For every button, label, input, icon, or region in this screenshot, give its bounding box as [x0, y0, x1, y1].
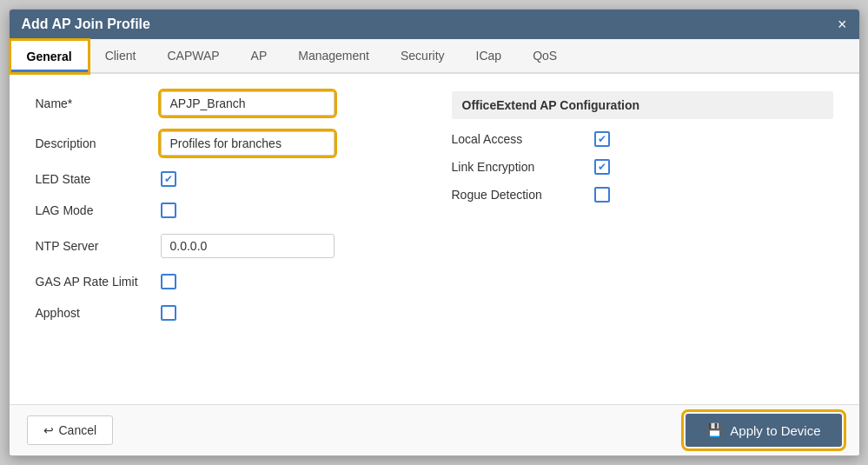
cancel-icon: ↩	[43, 423, 54, 437]
lag-mode-label: LAG Mode	[36, 203, 149, 217]
local-access-checkbox[interactable]	[594, 131, 610, 147]
led-state-checkbox[interactable]	[161, 171, 176, 187]
modal-body: Name* Description LED State LAG Mode NTP…	[10, 74, 859, 404]
local-access-row: Local Access	[452, 131, 833, 147]
gas-ap-rate-limit-row: GAS AP Rate Limit	[36, 274, 417, 289]
tab-client[interactable]: Client	[89, 39, 152, 72]
lag-mode-checkbox[interactable]	[161, 203, 176, 218]
office-extend-header: OfficeExtend AP Configuration	[452, 91, 833, 119]
right-panel: OfficeExtend AP Configuration Local Acce…	[452, 91, 833, 387]
left-panel: Name* Description LED State LAG Mode NTP…	[36, 91, 417, 387]
description-row: Description	[36, 131, 417, 156]
ntp-server-label: NTP Server	[36, 239, 149, 253]
cancel-button[interactable]: ↩ Cancel	[27, 415, 114, 445]
modal-header: Add AP Join Profile ×	[10, 10, 859, 39]
ntp-server-input[interactable]	[161, 234, 335, 258]
apply-icon: 💾	[706, 422, 723, 438]
close-button[interactable]: ×	[838, 17, 847, 32]
description-input[interactable]	[161, 131, 335, 156]
apphost-row: Apphost	[36, 305, 417, 321]
tab-capwap[interactable]: CAPWAP	[151, 39, 235, 72]
name-label: Name*	[36, 96, 149, 110]
rogue-detection-checkbox[interactable]	[594, 187, 610, 203]
apply-label: Apply to Device	[730, 423, 820, 438]
cancel-label: Cancel	[59, 423, 97, 437]
gas-ap-rate-limit-checkbox[interactable]	[161, 274, 176, 289]
tab-qos[interactable]: QoS	[517, 39, 573, 72]
local-access-label: Local Access	[452, 132, 582, 146]
link-encryption-row: Link Encryption	[452, 159, 833, 175]
led-state-label: LED State	[36, 172, 149, 186]
tab-general[interactable]: General	[10, 39, 89, 74]
tab-ap[interactable]: AP	[235, 39, 283, 72]
lag-mode-row: LAG Mode	[36, 203, 417, 218]
name-input[interactable]	[161, 91, 335, 116]
ntp-server-row: NTP Server	[36, 234, 417, 258]
tab-security[interactable]: Security	[385, 39, 461, 72]
apphost-label: Apphost	[36, 306, 149, 320]
link-encryption-checkbox[interactable]	[594, 159, 610, 175]
modal-footer: ↩ Cancel 💾 Apply to Device	[10, 404, 859, 455]
description-label: Description	[36, 136, 149, 150]
tab-bar: General Client CAPWAP AP Management Secu…	[10, 39, 859, 74]
tab-management[interactable]: Management	[282, 39, 385, 72]
gas-ap-rate-limit-label: GAS AP Rate Limit	[36, 275, 149, 289]
apply-to-device-button[interactable]: 💾 Apply to Device	[686, 414, 841, 447]
modal-container: Add AP Join Profile × General Client CAP…	[9, 9, 860, 456]
rogue-detection-row: Rogue Detection	[452, 187, 833, 203]
name-row: Name*	[36, 91, 417, 116]
led-state-row: LED State	[36, 171, 417, 187]
modal-title: Add AP Join Profile	[22, 17, 150, 32]
apphost-checkbox[interactable]	[161, 305, 176, 321]
rogue-detection-label: Rogue Detection	[452, 188, 582, 202]
tab-icap[interactable]: ICap	[461, 39, 518, 72]
link-encryption-label: Link Encryption	[452, 160, 582, 174]
